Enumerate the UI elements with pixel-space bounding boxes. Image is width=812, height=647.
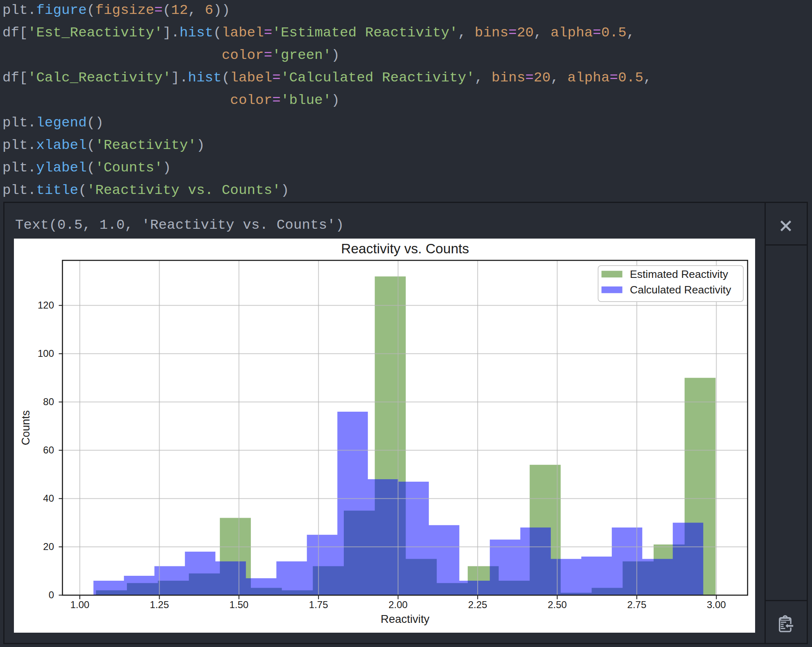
svg-text:Reactivity: Reactivity <box>381 613 429 625</box>
svg-text:Calculated Reactivity: Calculated Reactivity <box>630 284 731 296</box>
svg-text:120: 120 <box>38 300 54 311</box>
svg-text:40: 40 <box>43 493 54 504</box>
svg-text:2.00: 2.00 <box>388 599 408 610</box>
svg-text:Reactivity vs. Counts: Reactivity vs. Counts <box>341 241 469 256</box>
svg-text:2.25: 2.25 <box>468 599 487 610</box>
svg-text:100: 100 <box>38 348 54 359</box>
svg-text:80: 80 <box>43 396 54 407</box>
svg-text:3.00: 3.00 <box>707 599 726 610</box>
svg-text:20: 20 <box>43 541 54 552</box>
svg-text:60: 60 <box>43 444 54 455</box>
svg-text:1.50: 1.50 <box>229 599 248 610</box>
svg-text:2.50: 2.50 <box>548 599 567 610</box>
svg-text:Counts: Counts <box>20 410 32 446</box>
svg-text:Estimated Reactivity: Estimated Reactivity <box>630 268 729 280</box>
svg-text:1.00: 1.00 <box>70 599 90 610</box>
svg-text:2.75: 2.75 <box>627 599 647 610</box>
svg-text:1.25: 1.25 <box>150 599 169 610</box>
svg-text:0: 0 <box>49 589 54 600</box>
svg-text:1.75: 1.75 <box>309 599 328 610</box>
